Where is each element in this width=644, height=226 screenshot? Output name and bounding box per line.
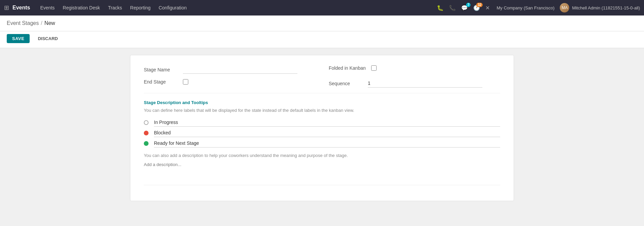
phone-icon[interactable]: 📞 — [448, 3, 457, 12]
form-row-2: End Stage Sequence — [144, 79, 500, 88]
main-content: Stage Name Folded in Kanban End Stage Se… — [0, 48, 644, 208]
user-menu[interactable]: MA Mitchell Admin (11821551-15-0-all) — [560, 3, 640, 12]
form-row-1: Stage Name Folded in Kanban — [144, 65, 500, 74]
clock-badge: 32 — [476, 3, 483, 7]
folded-in-kanban-checkbox[interactable] — [371, 65, 377, 71]
chat-icon[interactable]: 💬 7 — [460, 3, 469, 12]
stage-name-label: Stage Name — [144, 67, 178, 72]
app-brand[interactable]: Events — [12, 5, 30, 11]
status-dot-red — [144, 131, 149, 135]
status-dot-green — [144, 141, 149, 146]
status-row-ready — [144, 139, 500, 148]
form-card: Stage Name Folded in Kanban End Stage Se… — [130, 55, 514, 201]
bug-icon[interactable]: 🐛 — [436, 3, 445, 12]
status-input-in-progress[interactable] — [154, 118, 500, 127]
status-dot-grey — [144, 120, 149, 125]
form-group-stage-name: Stage Name — [144, 65, 315, 74]
nav-item-registration-desk[interactable]: Registration Desk — [59, 4, 103, 12]
status-row-blocked — [144, 129, 500, 137]
action-bar: SAVE DISCARD — [0, 31, 644, 48]
save-button[interactable]: SAVE — [7, 34, 30, 43]
sequence-input[interactable] — [368, 79, 482, 88]
breadcrumb-current: New — [44, 20, 55, 26]
divider-1 — [144, 93, 500, 93]
description-note: You can also add a description to help y… — [144, 153, 500, 158]
breadcrumb-separator: / — [41, 20, 42, 26]
divider-2 — [144, 185, 500, 185]
user-name: Mitchell Admin (11821551-15-0-all) — [572, 5, 640, 10]
sequence-label: Sequence — [329, 81, 362, 86]
tool-icon[interactable]: ✕ — [484, 3, 491, 12]
topbar-icons: 🐛 📞 💬 7 🕐 32 ✕ — [436, 3, 491, 12]
section-title: Stage Description and Tooltips — [144, 100, 500, 105]
breadcrumb-parent[interactable]: Event Stages — [7, 20, 39, 26]
nav-item-events[interactable]: Events — [37, 4, 58, 12]
end-stage-label: End Stage — [144, 79, 178, 85]
end-stage-checkbox[interactable] — [183, 79, 188, 85]
status-row-in-progress — [144, 118, 500, 127]
grid-menu-icon[interactable]: ⊞ — [4, 4, 9, 11]
nav-item-configuration[interactable]: Configuration — [155, 4, 190, 12]
breadcrumb: Event Stages / New — [0, 15, 644, 31]
avatar: MA — [560, 3, 569, 12]
nav-item-reporting[interactable]: Reporting — [127, 4, 154, 12]
discard-button[interactable]: DISCARD — [32, 34, 63, 43]
status-input-blocked[interactable] — [154, 129, 500, 137]
nav-item-tracks[interactable]: Tracks — [105, 4, 125, 12]
form-group-sequence: Sequence — [329, 79, 500, 88]
folded-in-kanban-label: Folded in Kanban — [329, 65, 366, 71]
section-desc: You can define here labels that will be … — [144, 108, 500, 113]
clock-icon[interactable]: 🕐 32 — [472, 3, 481, 12]
company-name[interactable]: My Company (San Francisco) — [496, 5, 554, 10]
status-input-ready[interactable] — [154, 139, 500, 148]
stage-name-input[interactable] — [183, 65, 297, 74]
top-navigation: ⊞ Events Events Registration Desk Tracks… — [0, 0, 644, 15]
form-group-end-stage: End Stage — [144, 79, 315, 85]
description-textarea[interactable] — [144, 161, 500, 179]
chat-badge: 7 — [466, 3, 471, 7]
form-group-folded: Folded in Kanban — [329, 65, 500, 71]
